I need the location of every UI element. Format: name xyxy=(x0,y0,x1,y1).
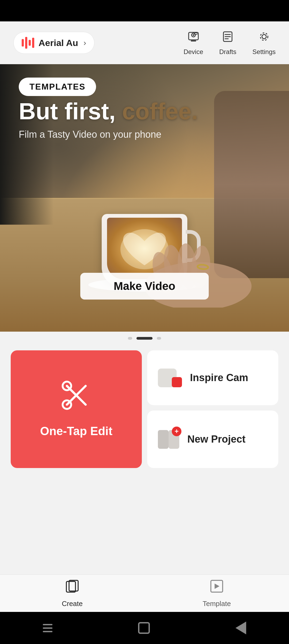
recent-apps-button[interactable] xyxy=(43,624,52,632)
recent-apps-icon xyxy=(43,624,52,632)
new-project-button[interactable]: + New Project xyxy=(147,411,278,468)
slide-dot-2[interactable] xyxy=(136,337,153,340)
one-tap-edit-button[interactable]: One-Tap Edit xyxy=(11,350,142,468)
new-project-label: New Project xyxy=(187,434,246,445)
svg-point-9 xyxy=(262,34,266,39)
status-bar xyxy=(0,0,289,21)
template-label: Template xyxy=(203,600,231,608)
audio-bars-icon xyxy=(22,37,34,49)
inspire-cam-button[interactable]: Inspire Cam xyxy=(147,350,278,405)
action-grid: One-Tap Edit Inspire Cam + New Project xyxy=(0,345,289,476)
hero-section: TEMPLATES But first, coffee. Film a Tast… xyxy=(0,64,289,332)
bottom-navigation: Create Template xyxy=(0,574,289,612)
make-video-button[interactable]: Make Video xyxy=(80,273,209,300)
scissors-icon xyxy=(62,381,91,414)
slide-dot-3[interactable] xyxy=(157,337,161,340)
slide-indicator xyxy=(0,332,289,345)
device-button[interactable]: Device xyxy=(184,30,203,56)
svg-marker-25 xyxy=(215,584,219,589)
create-icon xyxy=(65,579,80,597)
svg-point-3 xyxy=(193,34,194,36)
settings-label: Settings xyxy=(252,48,276,56)
svg-rect-1 xyxy=(191,40,196,41)
new-project-icon: + xyxy=(158,429,179,450)
hero-text-block: But first, coffee. Film a Tasty Video on… xyxy=(19,99,270,140)
drafts-label: Drafts xyxy=(219,48,236,56)
hero-subtext: Film a Tasty Video on your phone xyxy=(19,129,270,140)
home-button[interactable] xyxy=(138,622,150,634)
device-label: Device xyxy=(184,48,203,56)
svg-rect-22 xyxy=(66,581,75,592)
settings-button[interactable]: Settings xyxy=(252,30,276,56)
one-tap-label: One-Tap Edit xyxy=(40,424,113,438)
slide-dot-1[interactable] xyxy=(128,337,132,340)
drafts-icon xyxy=(221,30,234,46)
back-button[interactable] xyxy=(235,622,246,634)
drafts-button[interactable]: Drafts xyxy=(219,30,236,56)
template-icon xyxy=(209,579,224,597)
home-icon xyxy=(138,622,150,634)
inspire-cam-icon xyxy=(158,369,182,387)
nav-create[interactable]: Create xyxy=(0,579,144,608)
header: Aerial Au › Device xyxy=(0,21,289,64)
templates-badge[interactable]: TEMPLATES xyxy=(19,78,96,96)
settings-icon xyxy=(258,30,271,46)
hero-headline: But first, coffee. xyxy=(19,99,270,124)
svg-point-10 xyxy=(260,33,268,40)
system-bar xyxy=(0,612,289,644)
svg-rect-23 xyxy=(69,580,78,591)
audio-pill[interactable]: Aerial Au › xyxy=(13,32,94,54)
audio-label: Aerial Au xyxy=(39,38,78,48)
device-icon xyxy=(187,30,200,46)
chevron-right-icon: › xyxy=(83,38,86,47)
inspire-label: Inspire Cam xyxy=(190,372,248,384)
back-icon xyxy=(235,622,246,634)
nav-template[interactable]: Template xyxy=(144,579,289,608)
header-actions: Device Drafts Settings xyxy=(184,30,276,56)
create-label: Create xyxy=(62,600,83,608)
